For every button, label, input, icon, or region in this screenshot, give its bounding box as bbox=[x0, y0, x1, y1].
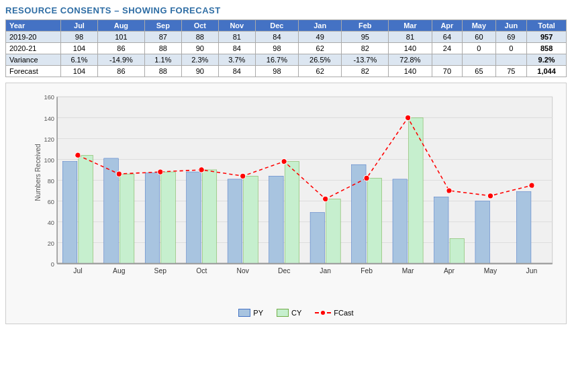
svg-rect-49 bbox=[475, 201, 490, 264]
table-cell: 69 bbox=[495, 32, 527, 43]
legend-cy-label: CY bbox=[291, 309, 301, 317]
svg-rect-34 bbox=[269, 176, 284, 263]
svg-text:Mar: Mar bbox=[402, 267, 414, 275]
svg-text:140: 140 bbox=[44, 115, 54, 122]
table-cell: 65 bbox=[463, 66, 495, 77]
svg-text:Jun: Jun bbox=[526, 267, 538, 275]
svg-rect-20 bbox=[79, 155, 93, 263]
svg-point-54 bbox=[116, 171, 122, 177]
table-cell: 88 bbox=[144, 43, 181, 54]
table-cell: 84 bbox=[218, 66, 255, 77]
table-cell: 84 bbox=[255, 32, 298, 43]
table-cell: 72.8% bbox=[389, 54, 432, 66]
table-cell: 858 bbox=[527, 43, 567, 54]
svg-rect-32 bbox=[244, 176, 258, 263]
chart-legend: PY CY FCast bbox=[33, 309, 559, 317]
table-cell: 0 bbox=[463, 43, 495, 54]
table-cell: 88 bbox=[181, 32, 218, 43]
svg-point-57 bbox=[240, 173, 246, 179]
legend-cy-box bbox=[277, 309, 289, 317]
table-header: Nov bbox=[218, 20, 255, 32]
svg-text:Apr: Apr bbox=[444, 267, 455, 275]
svg-rect-31 bbox=[228, 179, 242, 264]
data-table: YearJulAugSepOctNovDecJanFebMarAprMayJun… bbox=[5, 19, 567, 77]
table-cell: 140 bbox=[389, 43, 432, 54]
table-cell: -14.9% bbox=[97, 54, 144, 66]
chart-svg: 020406080100120140160JulAugSepOctNovDecJ… bbox=[33, 90, 559, 291]
table-header: Year bbox=[6, 20, 61, 32]
chart-area: Numbers Received 020406080100120140160Ju… bbox=[33, 90, 559, 305]
legend-cy: CY bbox=[277, 309, 301, 317]
table-cell: 81 bbox=[389, 32, 432, 43]
table-cell: 84 bbox=[218, 43, 255, 54]
svg-text:May: May bbox=[484, 267, 497, 275]
svg-text:Nov: Nov bbox=[237, 267, 250, 275]
svg-text:0: 0 bbox=[51, 261, 54, 268]
table-cell: 62 bbox=[299, 43, 342, 54]
table-header: Oct bbox=[181, 20, 218, 32]
table-cell: 104 bbox=[60, 43, 97, 54]
svg-text:Jul: Jul bbox=[73, 267, 82, 275]
svg-point-59 bbox=[323, 196, 328, 201]
table-cell: 98 bbox=[255, 43, 298, 54]
table-header: May bbox=[463, 20, 495, 32]
table-cell: Variance bbox=[6, 54, 61, 66]
table-cell: 90 bbox=[181, 43, 218, 54]
table-cell: 82 bbox=[342, 66, 389, 77]
table-cell: 86 bbox=[97, 43, 144, 54]
table-cell: 81 bbox=[218, 32, 255, 43]
table-cell bbox=[432, 54, 463, 66]
table-row: Forecast104868890849862821407065751,044 bbox=[6, 66, 567, 77]
table-cell: 87 bbox=[144, 32, 181, 43]
svg-rect-38 bbox=[326, 199, 341, 263]
svg-rect-23 bbox=[120, 174, 134, 263]
table-header: Total bbox=[527, 20, 567, 32]
svg-point-63 bbox=[487, 193, 493, 199]
table-header: Apr bbox=[432, 20, 463, 32]
table-cell: 82 bbox=[342, 43, 389, 54]
svg-text:80: 80 bbox=[48, 178, 54, 185]
table-cell: Forecast bbox=[6, 66, 61, 77]
table-header: Sep bbox=[144, 20, 181, 32]
table-cell: 86 bbox=[97, 66, 144, 77]
table-cell: 1,044 bbox=[527, 66, 567, 77]
chart-container: Numbers Received 020406080100120140160Ju… bbox=[5, 83, 567, 324]
table-cell bbox=[495, 54, 527, 66]
svg-text:Sep: Sep bbox=[154, 267, 167, 275]
table-cell: 2020-21 bbox=[6, 43, 61, 54]
table-cell: 70 bbox=[432, 66, 463, 77]
table-cell: 26.5% bbox=[299, 54, 342, 66]
svg-rect-46 bbox=[434, 197, 448, 263]
svg-rect-43 bbox=[393, 179, 408, 264]
table-header: Mar bbox=[389, 20, 432, 32]
svg-rect-41 bbox=[367, 178, 382, 263]
table-cell: 98 bbox=[60, 32, 97, 43]
svg-rect-28 bbox=[187, 172, 201, 264]
table-row: 2020-21104868890849862821402400858 bbox=[6, 43, 567, 54]
svg-text:100: 100 bbox=[44, 157, 54, 164]
svg-rect-19 bbox=[62, 162, 77, 264]
table-cell: 9.2% bbox=[527, 54, 567, 66]
table-cell: 0 bbox=[495, 43, 527, 54]
table-cell: 16.7% bbox=[255, 54, 298, 66]
legend-fcast: FCast bbox=[315, 309, 353, 317]
svg-rect-35 bbox=[285, 162, 299, 264]
table-cell: 62 bbox=[299, 66, 342, 77]
table-cell: 2.3% bbox=[181, 54, 218, 66]
table-cell: 95 bbox=[342, 32, 389, 43]
table-cell: 140 bbox=[389, 66, 432, 77]
svg-point-58 bbox=[281, 158, 287, 164]
table-cell bbox=[463, 54, 495, 66]
svg-text:Oct: Oct bbox=[196, 267, 207, 275]
table-cell: 49 bbox=[299, 32, 342, 43]
svg-rect-29 bbox=[202, 170, 217, 264]
svg-point-61 bbox=[405, 115, 410, 120]
y-axis-label: Numbers Received bbox=[34, 144, 42, 201]
table-cell: 60 bbox=[463, 32, 495, 43]
table-cell: -13.7% bbox=[342, 54, 389, 66]
svg-point-53 bbox=[75, 152, 81, 158]
svg-point-64 bbox=[529, 183, 534, 188]
svg-text:120: 120 bbox=[44, 136, 54, 143]
svg-point-55 bbox=[158, 169, 163, 175]
legend-py-label: PY bbox=[253, 309, 263, 317]
